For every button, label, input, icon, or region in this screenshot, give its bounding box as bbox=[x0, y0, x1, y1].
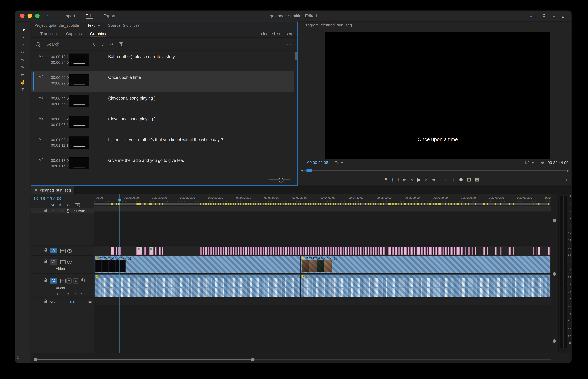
graphics-clip[interactable] bbox=[218, 247, 219, 255]
graphics-clip[interactable] bbox=[228, 247, 229, 255]
graphics-clip[interactable] bbox=[250, 247, 252, 255]
multi-view-button[interactable]: ▦ bbox=[475, 177, 479, 182]
view-tab-transcript[interactable]: Transcript bbox=[40, 30, 58, 37]
voiceover-record-icon[interactable] bbox=[81, 278, 83, 281]
scrubber-start-handle[interactable] bbox=[301, 170, 303, 172]
graphics-clip[interactable] bbox=[200, 247, 202, 255]
menu-export[interactable]: Export bbox=[103, 11, 116, 20]
graphics-clip[interactable] bbox=[536, 247, 537, 255]
graphics-clip[interactable] bbox=[378, 247, 379, 255]
graphics-clip[interactable] bbox=[293, 247, 294, 255]
graphics-clip[interactable] bbox=[270, 247, 272, 255]
graphics-clip[interactable] bbox=[243, 247, 244, 255]
captions-toggle[interactable]: CC bbox=[75, 203, 80, 207]
track-select-forward-tool[interactable]: ⇥ bbox=[19, 35, 27, 40]
graphics-clip[interactable] bbox=[438, 247, 441, 255]
go-to-out-button[interactable]: ⇥ bbox=[431, 177, 435, 182]
graphics-clip[interactable] bbox=[375, 247, 377, 255]
graphics-clip[interactable] bbox=[328, 247, 329, 255]
graphics-clip[interactable] bbox=[483, 247, 485, 255]
graphics-clip[interactable] bbox=[395, 247, 397, 255]
rectangle-tool[interactable]: ▭ bbox=[19, 72, 27, 77]
timeline-playhead[interactable] bbox=[120, 194, 120, 353]
graphics-clip[interactable] bbox=[468, 247, 470, 255]
next-keyframe-icon[interactable]: ▸ bbox=[81, 292, 82, 295]
v1-track-header[interactable]: V1 Video 1 bbox=[31, 255, 94, 274]
graphics-clip[interactable] bbox=[288, 247, 289, 255]
graphics-clip[interactable] bbox=[461, 247, 463, 255]
close-tab-icon[interactable]: × bbox=[35, 188, 37, 193]
graphics-clip[interactable] bbox=[273, 247, 274, 255]
graphics-clip[interactable] bbox=[144, 247, 146, 255]
home-icon[interactable]: ⌂ bbox=[45, 13, 48, 18]
audio-clip[interactable]: fx bbox=[301, 275, 550, 297]
slip-tool[interactable]: ↬ bbox=[19, 57, 27, 62]
graphics-clip[interactable] bbox=[295, 247, 297, 255]
graphics-clip[interactable] bbox=[353, 247, 354, 255]
graphics-clip[interactable] bbox=[421, 247, 423, 255]
ripple-edit-tool[interactable]: ⇆ bbox=[19, 42, 27, 47]
v2-track-header[interactable]: V2 bbox=[31, 246, 94, 256]
graphics-clip[interactable] bbox=[429, 247, 432, 255]
caption-track-header[interactable]: C1 CC Subtitle bbox=[31, 208, 94, 214]
a1-track-target[interactable]: A1 bbox=[50, 278, 57, 284]
graphics-clip[interactable] bbox=[205, 247, 207, 255]
view-tab-graphics[interactable]: Graphics bbox=[90, 30, 106, 37]
minimize-window-button[interactable] bbox=[28, 14, 32, 18]
search-input[interactable] bbox=[46, 42, 86, 47]
track-resize-handle[interactable] bbox=[553, 219, 556, 222]
panel-menu-icon[interactable]: ≡ bbox=[68, 188, 71, 192]
graphics-clip[interactable] bbox=[233, 247, 234, 255]
tab-program[interactable]: Program: cleaned_sun_seq bbox=[304, 23, 352, 27]
hand-tool[interactable]: ☝ bbox=[19, 80, 27, 85]
graphics-clip[interactable] bbox=[255, 247, 257, 255]
mix-level-value[interactable]: 0.0 bbox=[70, 300, 75, 304]
scrubber-playhead[interactable] bbox=[307, 169, 312, 172]
graphics-clip[interactable] bbox=[358, 247, 359, 255]
go-to-in-button[interactable]: ⇤ bbox=[403, 177, 407, 182]
graphics-clip[interactable] bbox=[308, 247, 309, 255]
video-clip[interactable]: fx20230407_kfph_v17.mp4 [V] bbox=[95, 256, 300, 273]
graphics-clip[interactable] bbox=[305, 247, 307, 255]
graphics-clip[interactable] bbox=[370, 247, 372, 255]
graphics-clip[interactable] bbox=[454, 247, 455, 255]
fit-dropdown[interactable]: Fit bbox=[334, 160, 343, 165]
tab-text[interactable]: Text bbox=[87, 23, 95, 28]
refresh-icon[interactable]: ↻ bbox=[110, 42, 113, 46]
graphics-clip[interactable] bbox=[310, 247, 312, 255]
graphics-clip[interactable] bbox=[210, 247, 212, 255]
subtitle-list-item[interactable]: V200:01:08:1400:01:11:15Listen, is it yo… bbox=[31, 133, 294, 154]
track-visibility-icon[interactable] bbox=[67, 249, 72, 253]
graphics-clip[interactable] bbox=[280, 247, 282, 255]
graphics-clip[interactable] bbox=[333, 247, 334, 255]
track-visibility-icon[interactable] bbox=[66, 209, 71, 213]
timeline-tab[interactable]: × cleaned_sun_seq ≡ bbox=[31, 186, 75, 194]
graphics-clip[interactable] bbox=[450, 247, 453, 255]
graphics-clip[interactable] bbox=[315, 247, 317, 255]
graphics-clip[interactable] bbox=[116, 247, 117, 255]
graphics-clip[interactable] bbox=[373, 247, 374, 255]
source-patch-icon[interactable] bbox=[60, 279, 66, 283]
graphics-clip[interactable] bbox=[487, 247, 488, 255]
tab-project[interactable]: Project: qalandar_subtitle bbox=[34, 23, 79, 28]
graphics-clip[interactable] bbox=[448, 247, 449, 255]
graphics-clip[interactable] bbox=[159, 247, 161, 255]
lock-icon[interactable] bbox=[45, 280, 47, 282]
graphics-clip[interactable] bbox=[278, 247, 279, 255]
previous-keyframe-icon[interactable]: ◂ bbox=[67, 292, 69, 295]
graphics-clip[interactable] bbox=[330, 247, 332, 255]
graphics-clip[interactable] bbox=[401, 247, 403, 255]
play-button[interactable]: ▶ bbox=[417, 177, 421, 182]
graphics-clip[interactable] bbox=[260, 247, 262, 255]
close-window-button[interactable] bbox=[20, 14, 24, 18]
graphics-clip[interactable] bbox=[323, 247, 324, 255]
graphics-clip[interactable] bbox=[465, 247, 466, 255]
graphics-clip[interactable] bbox=[414, 247, 415, 255]
graphics-clip[interactable] bbox=[111, 247, 114, 255]
subtitle-list-item[interactable]: V200:00:44:0000:00:55:11(devotional song… bbox=[31, 92, 294, 112]
playback-resolution-dropdown[interactable]: 1/2 bbox=[524, 160, 534, 165]
graphics-clip[interactable] bbox=[533, 247, 534, 255]
slider-knob[interactable] bbox=[279, 177, 283, 182]
add-marker-button[interactable]: ⚑ bbox=[59, 203, 62, 207]
menu-import[interactable]: Import bbox=[62, 11, 76, 20]
